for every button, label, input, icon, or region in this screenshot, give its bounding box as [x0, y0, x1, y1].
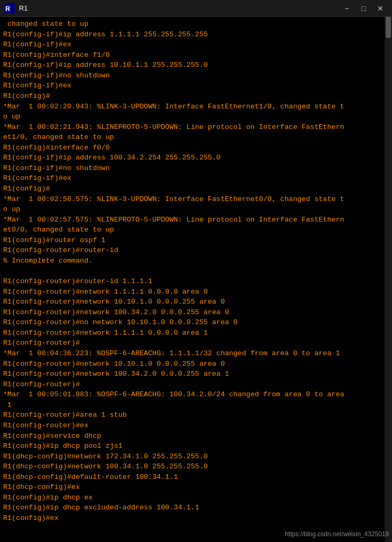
scrollbar[interactable] — [385, 17, 392, 542]
title-bar-controls: − □ ✕ — [339, 3, 388, 14]
terminal-output: changed state to up R1(config-if)#ip add… — [3, 19, 389, 524]
title-bar-icon: R — [4, 3, 15, 14]
svg-text:R: R — [5, 5, 11, 13]
terminal-body: changed state to up R1(config-if)#ip add… — [0, 17, 392, 542]
title-bar-title: R1 — [19, 4, 339, 12]
title-bar: R R1 − □ ✕ — [0, 0, 392, 17]
minimize-button[interactable]: − — [339, 3, 354, 14]
scrollbar-thumb[interactable] — [386, 17, 391, 38]
watermark: https://blog.csdn.net/weixin_4325019 — [285, 530, 389, 539]
maximize-button[interactable]: □ — [356, 3, 371, 14]
close-button[interactable]: ✕ — [373, 3, 388, 14]
